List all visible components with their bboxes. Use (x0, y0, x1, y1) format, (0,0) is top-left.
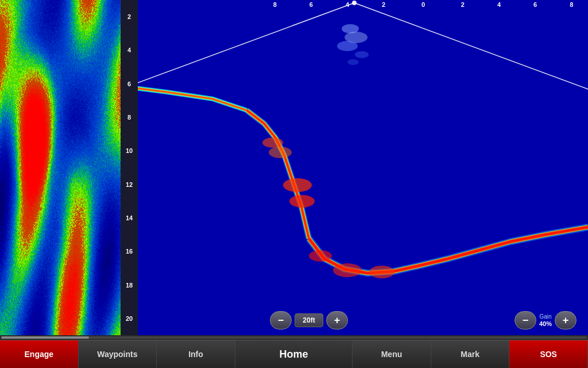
svg-point-5 (337, 41, 358, 51)
depth-2: 2 (127, 13, 131, 20)
zoom-value-label: 20ft (295, 313, 323, 327)
toolbar: Engage Waypoints Info Home Menu Mark SOS (0, 340, 588, 368)
top-scale: 8 6 4 2 0 2 4 6 8 (258, 0, 588, 12)
depth-12: 12 (126, 181, 133, 188)
svg-line-0 (121, 3, 354, 89)
depth-14: 14 (126, 214, 133, 221)
svg-point-8 (262, 137, 283, 148)
zoom-minus-button[interactable]: − (270, 311, 292, 329)
gain-label: Gain (539, 313, 551, 320)
depth-8: 8 (127, 114, 131, 121)
svg-point-4 (345, 32, 368, 43)
gain-display: Gain 40% (539, 313, 552, 327)
scale-marker-4-left: 4 (346, 1, 349, 8)
gain-controls: − Gain 40% + (514, 311, 577, 329)
svg-point-7 (347, 59, 359, 65)
scroll-thumb[interactable] (1, 336, 89, 339)
scale-marker-2-right: 2 (461, 1, 465, 8)
depth-18: 18 (126, 282, 133, 289)
scroll-indicator (0, 335, 588, 340)
app: 8 6 4 2 0 2 4 6 8 (0, 0, 588, 368)
depth-6: 6 (127, 80, 131, 87)
zoom-plus-button[interactable]: + (326, 311, 348, 329)
info-button[interactable]: Info (157, 340, 235, 368)
depth-16: 16 (126, 248, 133, 255)
cone-overlay (121, 0, 588, 334)
scroll-track[interactable] (1, 336, 587, 339)
depth-4: 4 (127, 47, 131, 53)
svg-line-1 (354, 3, 588, 89)
left-sonar-canvas (0, 0, 121, 335)
depth-scale: 2 4 6 8 10 12 14 16 18 20 (121, 0, 138, 335)
svg-point-6 (355, 51, 369, 58)
svg-point-13 (333, 263, 362, 277)
scale-marker-6-right: 6 (533, 1, 537, 8)
engage-button[interactable]: Engage (0, 340, 79, 368)
scale-marker-8-right: 8 (570, 1, 573, 8)
right-panel: 8 6 4 2 0 2 4 6 8 (121, 0, 588, 335)
scale-marker-8-left: 8 (273, 1, 277, 8)
svg-point-14 (369, 266, 394, 278)
waypoints-button[interactable]: Waypoints (79, 340, 157, 368)
left-panel (0, 0, 121, 335)
gain-plus-button[interactable]: + (555, 311, 577, 329)
gain-value: 40% (539, 320, 552, 327)
scale-marker-0-center: 0 (421, 1, 425, 8)
scale-marker-6-left: 6 (310, 1, 313, 8)
menu-button[interactable]: Menu (353, 340, 431, 368)
svg-point-12 (309, 250, 332, 262)
depth-20: 20 (126, 315, 133, 322)
svg-point-11 (289, 195, 315, 208)
mark-button[interactable]: Mark (431, 340, 510, 368)
svg-point-3 (342, 24, 359, 33)
depth-10: 10 (126, 147, 133, 154)
svg-point-10 (283, 178, 312, 192)
controls-overlay: − 20ft + − Gain 40% + (258, 311, 588, 329)
zoom-controls: − 20ft + (270, 311, 348, 329)
sos-button[interactable]: SOS (509, 340, 588, 368)
gain-minus-button[interactable]: − (514, 311, 536, 329)
scale-marker-2-left: 2 (382, 1, 385, 8)
home-button[interactable]: Home (235, 340, 353, 368)
scale-marker-4-right: 4 (497, 1, 501, 8)
sonar-area: 8 6 4 2 0 2 4 6 8 (0, 0, 588, 335)
svg-point-9 (269, 147, 292, 158)
